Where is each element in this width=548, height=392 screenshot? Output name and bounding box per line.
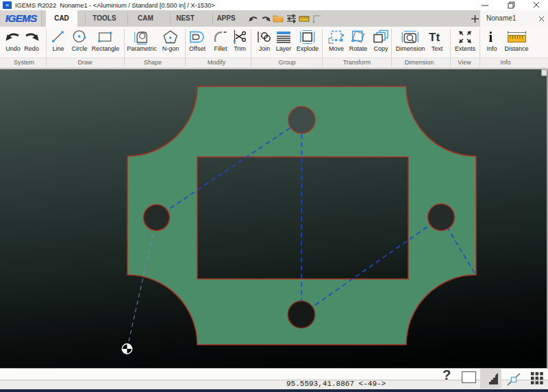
svg-text:Tt: Tt — [429, 31, 440, 44]
svg-text:i: i — [488, 29, 493, 45]
